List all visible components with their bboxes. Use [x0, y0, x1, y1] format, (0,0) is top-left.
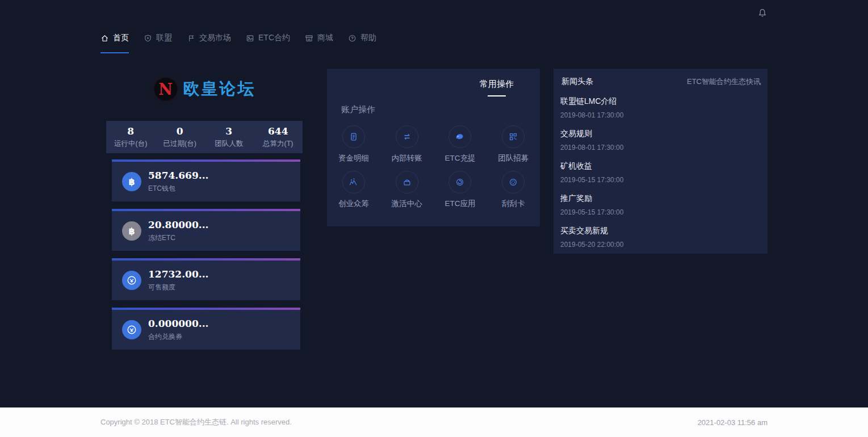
logo-icon: N — [153, 77, 178, 102]
news-item[interactable]: 交易规则 2019-08-01 17:30:00 — [560, 129, 761, 152]
op-label: 资金明细 — [338, 153, 369, 163]
news-item-time: 2019-08-01 17:30:00 — [560, 144, 761, 152]
card-value: 0.000000... — [148, 318, 208, 329]
op-etc-deposit-withdraw[interactable]: ETC充提 — [434, 125, 487, 163]
transfer-icon — [396, 125, 418, 148]
stat-label: 团队人数 — [204, 139, 254, 149]
store-icon — [305, 34, 313, 43]
stat-value: 3 — [204, 125, 254, 137]
op-label: 内部转账 — [392, 153, 422, 163]
stat-label: 已过期(台) — [156, 139, 205, 149]
nav-tab-label: 首页 — [113, 33, 129, 43]
nav-tab-label: ETC合约 — [258, 33, 290, 43]
operations-panel: 常用操作 账户操作 资金明细 — [327, 69, 540, 226]
section-account-operations: 账户操作 — [341, 104, 540, 115]
stat-value: 0 — [156, 125, 205, 137]
news-item[interactable]: 矿机收益 2019-05-15 17:30:00 — [560, 161, 761, 184]
nav-tab-etc-contract[interactable]: ETC合约 — [246, 33, 290, 53]
crowdfund-icon — [342, 171, 365, 194]
home-icon — [100, 34, 109, 43]
stat-expired: 0 已过期(台) — [156, 125, 205, 149]
coin-return-icon — [122, 320, 141, 339]
wallet-card-frozen[interactable]: ฿ 20.80000... 冻结ETC — [112, 209, 300, 251]
logo-text: 欧皇论坛 — [183, 78, 256, 100]
wallet-card-sellable[interactable]: 12732.00... 可售额度 — [112, 258, 300, 300]
logo: N 欧皇论坛 — [100, 75, 308, 103]
stats-bar: 8 运行中(台) 0 已过期(台) 3 团队人数 644 总算力(T) — [106, 121, 303, 153]
stat-running: 8 运行中(台) — [106, 125, 156, 149]
nav-tab-label: 联盟 — [156, 33, 172, 43]
news-item-title: 买卖交易新规 — [560, 226, 761, 236]
header: 首页 联盟 交易市场 — [100, 0, 768, 53]
bitcoin-icon: ฿ — [122, 221, 141, 241]
nav-tab-label: 商城 — [317, 33, 333, 43]
flag-icon — [187, 34, 195, 43]
card-value: 12732.00... — [148, 268, 208, 280]
news-item-time: 2019-08-01 17:30:00 — [560, 111, 761, 119]
nav-tab-market[interactable]: 交易市场 — [187, 33, 231, 53]
stat-label: 总算力(T) — [254, 139, 303, 149]
copyright-text: Copyright © 2018 ETC智能合约生态链. All rights … — [100, 417, 292, 427]
op-scratch-card[interactable]: 刮刮卡 — [487, 171, 540, 209]
op-etc-app[interactable]: ETC应用 — [434, 171, 487, 209]
wallet-card-voucher[interactable]: 0.000000... 合约兑换券 — [112, 308, 300, 350]
op-activation-center[interactable]: 激活中心 — [380, 171, 434, 209]
op-label: ETC应用 — [445, 199, 475, 209]
op-label: 激活中心 — [392, 199, 422, 209]
footer-datetime: 2021-02-03 11:56 am — [698, 418, 768, 427]
op-crowdfunding[interactable]: 创业众筹 — [327, 171, 380, 209]
qrcode-icon — [502, 125, 525, 148]
nav-tab-alliance[interactable]: 联盟 — [144, 33, 172, 53]
op-fund-details[interactable]: 资金明细 — [327, 125, 380, 163]
card-label: 可售额度 — [148, 283, 208, 292]
logo-initial: N — [158, 82, 173, 97]
activate-box-icon — [396, 171, 418, 194]
notification-bell-icon[interactable] — [757, 8, 768, 18]
contract-icon — [246, 34, 254, 43]
op-team-recruit[interactable]: 团队招募 — [487, 125, 540, 163]
left-column: N 欧皇论坛 8 运行中(台) 0 已过期(台) 3 团队人数 644 总算力(… — [100, 69, 308, 357]
card-label: 合约兑换券 — [148, 332, 208, 342]
bitcoin-icon: ฿ — [122, 172, 141, 191]
shield-icon — [144, 34, 152, 43]
news-item[interactable]: 推广奖励 2019-05-15 17:30:00 — [560, 194, 761, 216]
scratch-card-icon — [502, 171, 525, 194]
nav-tab-mall[interactable]: 商城 — [305, 33, 333, 53]
tab-common-operations[interactable]: 常用操作 — [480, 79, 514, 96]
operations-grid: 资金明细 内部转账 ETC充提 — [327, 125, 540, 209]
main-nav: 首页 联盟 交易市场 — [100, 33, 768, 53]
news-item[interactable]: 买卖交易新规 2019-05-20 22:00:00 — [560, 226, 761, 249]
news-item-title: 推广奖励 — [560, 194, 761, 204]
op-internal-transfer[interactable]: 内部转账 — [380, 125, 434, 163]
nav-tab-home[interactable]: 首页 — [100, 33, 129, 53]
stat-total-hashrate: 644 总算力(T) — [254, 125, 303, 149]
main-content: N 欧皇论坛 8 运行中(台) 0 已过期(台) 3 团队人数 644 总算力(… — [100, 69, 768, 357]
coin-return-icon — [122, 271, 141, 290]
stat-value: 644 — [254, 125, 303, 137]
stat-value: 8 — [106, 125, 156, 137]
news-panel-title: 新闻头条 — [561, 77, 593, 87]
stat-label: 运行中(台) — [106, 139, 156, 149]
op-label: 刮刮卡 — [502, 199, 525, 209]
wallet-card-etc[interactable]: ฿ 5874.669... ETC钱包 — [112, 159, 300, 201]
news-item-time: 2019-05-20 22:00:00 — [560, 241, 761, 249]
news-item[interactable]: 联盟链LMC介绍 2019-08-01 17:30:00 — [560, 96, 761, 119]
wallet-cards: ฿ 5874.669... ETC钱包 ฿ 20.80000... 冻结ETC — [112, 159, 300, 350]
nav-tab-label: 帮助 — [360, 33, 376, 43]
op-label: 创业众筹 — [338, 199, 369, 209]
help-icon — [348, 34, 357, 43]
card-value: 20.80000... — [148, 219, 208, 230]
card-label: 冻结ETC — [148, 233, 208, 243]
op-label: ETC充提 — [445, 153, 475, 163]
news-item-title: 矿机收益 — [560, 161, 761, 171]
news-item-title: 交易规则 — [560, 129, 761, 139]
card-label: ETC钱包 — [148, 184, 208, 194]
nav-tab-help[interactable]: 帮助 — [348, 33, 376, 53]
news-item-time: 2019-05-15 17:30:00 — [560, 208, 761, 216]
nav-tab-label: 交易市场 — [199, 33, 231, 43]
stat-team-size: 3 团队人数 — [204, 125, 254, 149]
op-label: 团队招募 — [498, 153, 529, 163]
card-value: 5874.669... — [148, 170, 208, 181]
footer: Copyright © 2018 ETC智能合约生态链. All rights … — [0, 407, 868, 437]
news-item-title: 联盟链LMC介绍 — [560, 96, 761, 107]
